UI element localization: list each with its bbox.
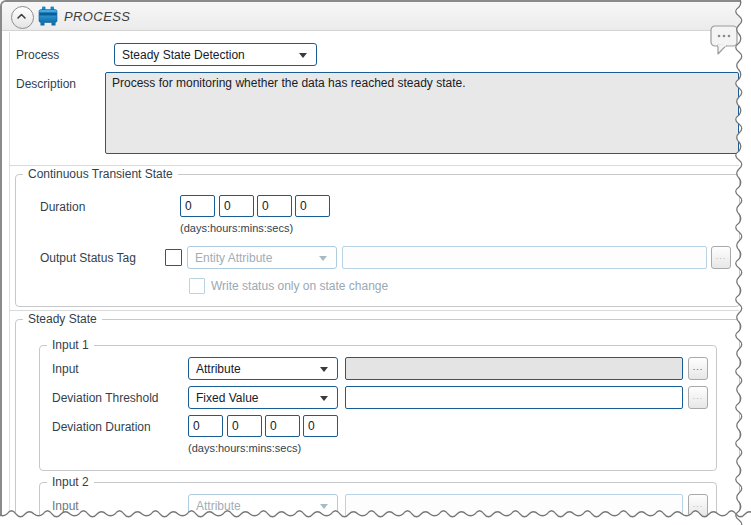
window: PROCESS Process Steady State Detection D… (0, 0, 744, 521)
description-label: Description (16, 77, 76, 91)
header-bar: PROCESS (2, 2, 744, 31)
deviation-duration-hours-input[interactable] (227, 415, 262, 437)
panel-left-edge (9, 32, 10, 517)
process-label: Process (16, 48, 59, 62)
process-block-icon (38, 6, 58, 26)
write-status-checkbox (189, 278, 205, 294)
page-title: PROCESS (64, 9, 130, 24)
output-status-tag-field (342, 246, 707, 269)
section-divider (9, 165, 739, 166)
chevron-down-icon (320, 396, 328, 401)
process-dropdown[interactable]: Steady State Detection (114, 43, 317, 66)
input2-browse-button: ... (688, 494, 708, 517)
section-divider (9, 310, 739, 311)
duration-label: Duration (40, 200, 85, 214)
duration-secs-input[interactable] (295, 195, 330, 217)
process-dropdown-value: Steady State Detection (122, 48, 245, 62)
deviation-threshold-type-value: Fixed Value (196, 391, 258, 405)
deviation-threshold-type-dropdown[interactable]: Fixed Value (188, 386, 338, 409)
output-status-tag-type-dropdown: Entity Attribute (187, 246, 337, 269)
input2-type-dropdown: Attribute (188, 494, 338, 517)
output-status-tag-checkbox[interactable] (165, 249, 182, 266)
comment-button[interactable] (710, 25, 740, 56)
input2-type-value: Attribute (196, 499, 241, 513)
chevron-down-icon (320, 504, 328, 509)
output-status-tag-browse-button: ... (711, 246, 731, 269)
steady-state-legend: Steady State (23, 312, 102, 326)
deviation-duration-caption: (days:hours:mins:secs) (188, 442, 301, 454)
process-dialog: PROCESS Process Steady State Detection D… (0, 0, 751, 525)
chevron-up-icon (12, 7, 31, 26)
output-status-tag-label: Output Status Tag (40, 251, 136, 265)
write-status-label: Write status only on state change (211, 279, 388, 293)
chevron-down-icon (299, 53, 307, 58)
deviation-threshold-browse-button: ... (688, 386, 708, 409)
deviation-duration-mins-input[interactable] (265, 415, 300, 437)
deviation-duration-secs-input[interactable] (303, 415, 338, 437)
input1-legend: Input 1 (47, 338, 94, 352)
input1-browse-button[interactable]: ... (688, 357, 708, 380)
continuous-transient-state-legend: Continuous Transient State (23, 167, 178, 181)
duration-days-input[interactable] (180, 195, 215, 217)
duration-hours-input[interactable] (219, 195, 254, 217)
chevron-down-icon (320, 367, 328, 372)
deviation-threshold-field[interactable] (345, 386, 683, 409)
input1-value-field (345, 357, 683, 380)
input1-type-value: Attribute (196, 362, 241, 376)
duration-caption: (days:hours:mins:secs) (180, 222, 293, 234)
deviation-duration-label: Deviation Duration (52, 420, 151, 434)
collapse-button[interactable] (11, 6, 34, 29)
input2-value-field (345, 494, 683, 517)
duration-mins-input[interactable] (257, 195, 292, 217)
input1-type-dropdown[interactable]: Attribute (188, 357, 338, 380)
input2-legend: Input 2 (47, 475, 94, 489)
output-status-tag-type-value: Entity Attribute (195, 251, 272, 265)
comment-dots-icon (710, 25, 740, 56)
deviation-threshold-label: Deviation Threshold (52, 391, 159, 405)
description-textarea: Process for monitoring whether the data … (105, 72, 739, 154)
deviation-duration-days-input[interactable] (188, 415, 223, 437)
input2-input-label: Input (52, 499, 79, 513)
chevron-down-icon (319, 256, 327, 261)
input1-input-label: Input (52, 362, 79, 376)
